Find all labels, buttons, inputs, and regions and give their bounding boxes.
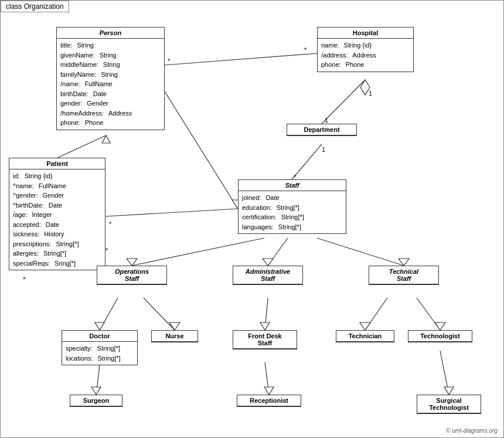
svg-line-14 [105,209,238,216]
class-nurse: Nurse [151,330,198,342]
class-person-name: Person [57,28,164,39]
class-front-desk: Front Desk Staff [233,330,297,349]
svg-line-19 [268,238,288,266]
svg-line-37 [440,351,449,395]
svg-text:*: * [23,276,26,284]
class-technical-staff: Technical Staff [369,266,439,285]
svg-line-33 [96,365,100,395]
svg-marker-20 [263,259,273,266]
svg-marker-18 [127,259,137,266]
svg-marker-24 [95,322,104,330]
svg-line-31 [417,298,440,330]
svg-line-29 [365,298,387,330]
svg-marker-38 [444,387,454,395]
svg-text:1: 1 [325,117,328,124]
svg-text:1: 1 [322,146,325,153]
class-technician-name: Technician [336,331,394,342]
class-front-desk-name: Front Desk Staff [233,331,297,349]
svg-line-0 [165,53,317,65]
class-surgical-technologist-name: Surgical Technologist [417,395,481,413]
svg-text:*: * [105,247,108,254]
svg-line-17 [132,238,264,266]
svg-marker-26 [169,322,180,330]
svg-marker-36 [264,387,274,395]
class-admin-staff: Administrative Staff [233,266,303,285]
class-operations-staff: Operations Staff [97,266,167,285]
class-doctor: Doctor specialty:String[*] locations:Str… [62,330,138,365]
class-receptionist-name: Receptionist [237,395,301,406]
class-patient-name: Patient [9,158,105,169]
class-technologist: Technologist [408,330,472,342]
svg-marker-11 [102,135,110,143]
class-department-name: Department [287,124,356,135]
svg-line-27 [265,298,268,330]
class-operations-staff-name: Operations Staff [97,266,166,284]
copyright-text: © uml-diagrams.org [446,427,498,434]
class-doctor-name: Doctor [62,331,137,342]
svg-text:*: * [304,46,307,53]
svg-text:*: * [168,57,171,64]
svg-line-21 [317,238,404,266]
svg-line-10 [57,135,106,158]
class-patient-attrs: id:String {id} ^name:FullName ^gender:Ge… [9,169,105,270]
svg-line-12 [165,91,238,209]
class-technical-staff-name: Technical Staff [369,266,438,284]
svg-line-25 [144,298,175,330]
class-nurse-name: Nurse [152,331,197,342]
svg-text:*: * [109,220,112,228]
class-person: Person title:String givenName:String mid… [56,27,165,130]
class-hospital: Hospital name:String {id} /address:Addre… [317,27,414,72]
svg-line-7 [292,144,322,179]
svg-text:1: 1 [369,90,372,97]
diagram-container: class Organization * * 1 1 * 1 * * [0,0,504,438]
svg-line-23 [100,298,118,330]
class-patient: Patient id:String {id} ^name:FullName ^g… [9,158,105,270]
class-staff: Staff joined:Date education:String[*] ce… [238,179,346,234]
class-surgeon: Surgeon [70,395,122,407]
svg-line-3 [322,80,365,124]
class-technician: Technician [336,330,394,342]
svg-marker-28 [260,322,270,330]
class-doctor-attrs: specialty:String[*] locations:String[*] [62,342,137,365]
class-surgeon-name: Surgeon [70,395,122,406]
class-surgical-technologist: Surgical Technologist [417,395,481,414]
svg-line-35 [265,362,269,395]
class-department: Department [287,124,357,136]
svg-marker-34 [91,387,101,395]
class-person-attrs: title:String givenName:String middleName… [57,39,164,130]
class-technologist-name: Technologist [408,331,472,342]
svg-marker-22 [399,259,409,266]
svg-marker-32 [435,322,445,330]
svg-marker-30 [360,322,370,330]
class-receptionist: Receptionist [237,395,301,407]
class-hospital-name: Hospital [318,28,413,39]
svg-marker-4 [360,80,370,95]
class-hospital-attrs: name:String {id} /address:Address phone:… [318,39,413,72]
class-staff-attrs: joined:Date education:String[*] certific… [239,191,346,233]
class-admin-staff-name: Administrative Staff [233,266,302,284]
class-staff-name: Staff [239,180,346,191]
diagram-title: class Organization [1,1,69,12]
